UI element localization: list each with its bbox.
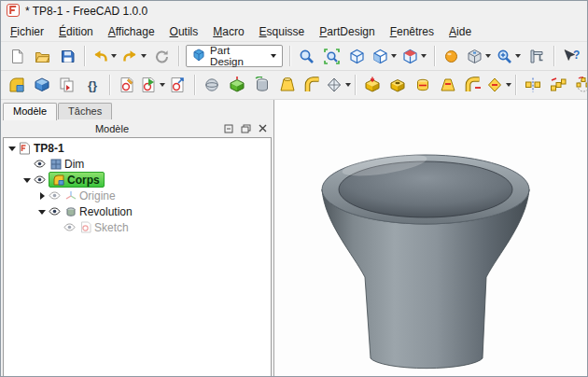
- create-sketch-button[interactable]: [115, 73, 139, 97]
- dropdown-arrow-icon: [160, 83, 165, 87]
- tree-item-label: Origine: [79, 189, 116, 202]
- appearance-button[interactable]: [440, 44, 464, 68]
- additive-primitive-icon: [326, 77, 343, 93]
- mirrored-icon: [525, 77, 541, 93]
- expander-spacer: [51, 222, 63, 233]
- overlay-toggle-button[interactable]: [222, 122, 235, 134]
- menu-aide[interactable]: Aide: [441, 23, 479, 40]
- pad-button[interactable]: [225, 73, 249, 97]
- dropdown-arrow-icon: [345, 83, 351, 87]
- visibility-eye-icon[interactable]: [33, 174, 47, 186]
- tab-modele[interactable]: Modèle: [3, 103, 57, 120]
- standard-views-button[interactable]: [400, 44, 429, 68]
- visibility-eye-icon[interactable]: [33, 158, 47, 170]
- separator: [178, 46, 179, 66]
- whats-this-button[interactable]: ?: [559, 44, 583, 68]
- title-bar[interactable]: * TP8-1 - FreeCAD 1.0.0: [1, 1, 587, 21]
- create-clone-icon: [59, 77, 76, 93]
- draw-style-cube-icon: [372, 49, 388, 64]
- expander-icon[interactable]: [7, 143, 18, 154]
- expander-icon[interactable]: [36, 190, 48, 202]
- map-sketch-button[interactable]: [165, 73, 189, 97]
- redo-button[interactable]: [119, 44, 148, 68]
- freecad-logo-icon: [7, 4, 20, 20]
- expander-icon[interactable]: [36, 206, 48, 217]
- workbench-selector-value: Part Design: [210, 45, 263, 67]
- menu-fenetres[interactable]: Fenêtres: [383, 23, 441, 40]
- 3d-viewport[interactable]: [274, 100, 587, 377]
- expander-icon[interactable]: [21, 175, 33, 186]
- visibility-eye-icon[interactable]: [48, 189, 62, 202]
- create-clone-button[interactable]: [55, 73, 79, 97]
- std-part-button[interactable]: [30, 73, 54, 97]
- float-button[interactable]: [239, 122, 252, 134]
- additive-loft-button[interactable]: [275, 73, 300, 97]
- menu-fichier[interactable]: Fichier: [3, 23, 51, 40]
- open-file-button[interactable]: [30, 44, 54, 68]
- draw-style-button[interactable]: [371, 44, 399, 68]
- tab-taches[interactable]: Tâches: [58, 103, 112, 119]
- save-file-button[interactable]: [55, 44, 79, 68]
- freecad-document-icon: [18, 142, 32, 154]
- fit-all-button[interactable]: [295, 44, 319, 68]
- subtractive-primitive-button[interactable]: [486, 73, 511, 97]
- additive-pipe-button[interactable]: [301, 73, 325, 97]
- create-body-button[interactable]: [5, 73, 29, 97]
- subtractive-pipe-icon: [465, 77, 482, 93]
- tree-item-origine[interactable]: Origine: [4, 188, 271, 203]
- menu-macro[interactable]: Macro: [205, 23, 251, 40]
- subtractive-pipe-button[interactable]: [461, 73, 485, 97]
- redo-icon: [122, 49, 138, 63]
- edit-sketch-button[interactable]: [140, 73, 164, 97]
- window-title: * TP8-1 - FreeCAD 1.0.0: [25, 5, 147, 18]
- groove-button[interactable]: [411, 73, 435, 97]
- mirrored-button[interactable]: [521, 73, 545, 97]
- create-datum-button[interactable]: [200, 73, 224, 97]
- menu-affichage[interactable]: Affichage: [101, 23, 162, 40]
- expander-spacer: [21, 159, 33, 170]
- refresh-button[interactable]: [149, 44, 174, 68]
- tree-item-dim[interactable]: Dim: [4, 156, 271, 172]
- separator: [194, 75, 195, 95]
- open-folder-icon: [35, 49, 50, 64]
- close-icon[interactable]: [256, 122, 269, 134]
- pocket-button[interactable]: [360, 73, 385, 97]
- menu-outils[interactable]: Outils: [162, 23, 206, 40]
- tree-item-corps[interactable]: Corps: [4, 172, 271, 188]
- tree-item-label: Dim: [64, 158, 84, 171]
- measure-icon: [528, 49, 544, 64]
- linear-pattern-button[interactable]: [546, 73, 570, 97]
- menu-edition[interactable]: Édition: [51, 23, 101, 40]
- axonometric-view-button[interactable]: [345, 44, 370, 68]
- fit-selection-button[interactable]: [320, 44, 344, 68]
- dropdown-arrow-icon: [515, 54, 521, 58]
- body-icon: [51, 174, 65, 186]
- hole-button[interactable]: [385, 73, 410, 97]
- polar-pattern-button[interactable]: [571, 73, 588, 97]
- create-datum-icon: [203, 77, 220, 93]
- visibility-eye-icon[interactable]: [63, 221, 77, 233]
- separator: [109, 75, 110, 95]
- undo-button[interactable]: [90, 44, 119, 68]
- expressions-button[interactable]: {}: [80, 73, 105, 97]
- tree-item-revolution[interactable]: Revolution: [4, 203, 271, 219]
- visibility-eye-icon[interactable]: [48, 205, 62, 217]
- measure-button[interactable]: [525, 44, 549, 68]
- model-tree[interactable]: TP8-1 Dim Corps: [3, 137, 272, 377]
- linear-pattern-icon: [550, 77, 567, 93]
- revolution-button[interactable]: [250, 73, 274, 97]
- dim-object-icon: [49, 158, 63, 170]
- standard-views-cube-icon: [402, 49, 418, 64]
- additive-primitive-button[interactable]: [326, 73, 350, 97]
- zoom-button[interactable]: [495, 44, 524, 68]
- new-file-button[interactable]: [5, 44, 29, 68]
- menu-partdesign[interactable]: PartDesign: [312, 23, 382, 40]
- freecad-window: * TP8-1 - FreeCAD 1.0.0 Fichier Édition …: [0, 0, 588, 377]
- subtractive-loft-button[interactable]: [436, 73, 460, 97]
- menu-esquisse[interactable]: Esquisse: [252, 23, 313, 40]
- tree-item-sketch[interactable]: Sketch: [4, 219, 271, 235]
- navigation-cube-button[interactable]: [465, 44, 494, 68]
- tree-item-document[interactable]: TP8-1: [4, 140, 271, 156]
- polar-pattern-icon: [575, 77, 588, 93]
- workbench-selector[interactable]: Part Design: [186, 45, 283, 67]
